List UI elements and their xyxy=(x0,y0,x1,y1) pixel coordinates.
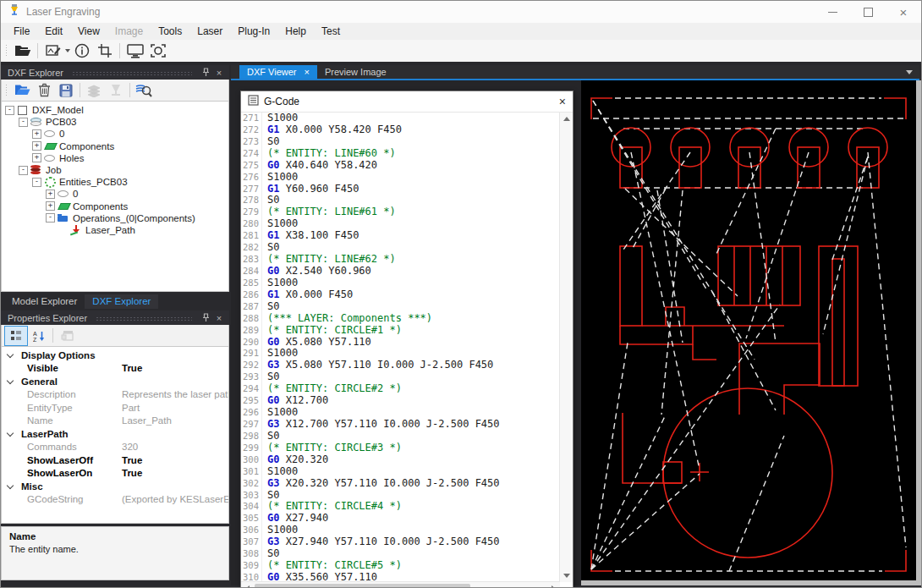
property-category-laserpath[interactable]: LaserPath xyxy=(2,427,228,441)
tab-dxf-explorer[interactable]: DXF Explorer xyxy=(85,294,158,309)
tree-item-laser-path[interactable]: Laser_Path xyxy=(2,224,228,236)
categorized-icon[interactable] xyxy=(4,326,28,346)
property-value[interactable]: Laser_Path xyxy=(118,415,228,426)
dxf-preview-canvas[interactable] xyxy=(581,80,916,580)
menu-plug-in[interactable]: Plug-In xyxy=(230,24,277,39)
category-label: LaserPath xyxy=(21,429,69,439)
menu-view[interactable]: View xyxy=(70,24,107,39)
gcode-horizontal-scrollbar[interactable] xyxy=(241,581,560,588)
viewer-vertical-scrollbar[interactable] xyxy=(916,80,921,585)
tab-dxf-viewer[interactable]: DXF Viewer× xyxy=(239,65,317,79)
info-icon[interactable] xyxy=(70,41,93,61)
display-icon[interactable] xyxy=(123,41,146,61)
property-value[interactable]: True xyxy=(118,468,228,478)
panel-drag-handle[interactable] xyxy=(72,71,192,76)
property-row-description[interactable]: DescriptionRepresents the laser path ope… xyxy=(2,388,228,402)
tree-item-job[interactable]: -Job xyxy=(2,164,228,176)
property-value[interactable]: (Exported by KESLaserEngrave xyxy=(118,494,228,504)
gcode-close-icon[interactable]: × xyxy=(559,95,566,108)
crop-icon[interactable] xyxy=(93,41,116,61)
property-value[interactable]: 320 xyxy=(118,442,228,452)
property-row-showlaseroff[interactable]: ShowLaserOffTrue xyxy=(2,453,228,467)
expand-icon[interactable]: + xyxy=(32,153,41,162)
menu-laser[interactable]: Laser xyxy=(189,24,230,39)
scroll-up-icon[interactable] xyxy=(563,117,570,121)
property-category-misc[interactable]: Misc xyxy=(2,480,228,493)
viewer-horizontal-scrollbar[interactable] xyxy=(581,580,916,585)
property-row-visible[interactable]: VisibleTrue xyxy=(2,362,228,376)
property-value[interactable]: True xyxy=(118,455,228,465)
image-edit-icon[interactable] xyxy=(41,41,64,61)
close-panel-icon[interactable]: × xyxy=(212,313,226,323)
collapse-icon[interactable]: - xyxy=(5,106,14,115)
close-panel-icon[interactable]: × xyxy=(212,68,226,78)
property-row-entitytype[interactable]: EntityTypePart xyxy=(2,401,228,415)
open-folder-icon[interactable] xyxy=(11,81,33,100)
property-row-name[interactable]: NameLaser_Path xyxy=(2,415,228,428)
property-value[interactable]: Part xyxy=(118,403,228,413)
laser-off-travel-move xyxy=(591,415,666,569)
menu-help[interactable]: Help xyxy=(277,24,314,39)
tab-model-explorer[interactable]: Model Explorer xyxy=(4,294,85,309)
property-value[interactable]: Represents the laser path operat xyxy=(118,389,228,399)
expand-icon[interactable]: + xyxy=(32,129,41,139)
expand-icon[interactable]: + xyxy=(46,201,55,211)
laser-tool-icon[interactable] xyxy=(105,81,127,100)
gcode-listing[interactable]: 271S1000272G1 X0.000 Y58.420 F450273S027… xyxy=(241,113,560,582)
gcode-vertical-scrollbar[interactable] xyxy=(559,113,573,582)
pin-icon[interactable] xyxy=(199,68,212,77)
tab-list-dropdown-icon[interactable] xyxy=(906,70,913,74)
scroll-down-icon[interactable] xyxy=(563,574,570,578)
tree-item-operations-0-components[interactable]: -Operations_(0|Components) xyxy=(2,212,228,224)
tree-item-entities-pcb03[interactable]: -Entities_PCB03 xyxy=(2,176,228,188)
expand-icon[interactable]: + xyxy=(46,190,55,199)
tree-item-pcb03[interactable]: -PCB03 xyxy=(2,116,228,128)
tree-item-0[interactable]: +0 xyxy=(2,188,228,200)
menu-image[interactable]: Image xyxy=(107,24,151,39)
property-row-commands[interactable]: Commands320 xyxy=(2,441,228,454)
scrollbar-thumb[interactable] xyxy=(255,584,470,588)
tree-item-0[interactable]: +0 xyxy=(2,128,228,140)
gcode-line: 290G0 X5.080 Y57.110 xyxy=(241,337,560,349)
close-button[interactable]: × xyxy=(886,1,921,23)
collapse-icon[interactable]: - xyxy=(46,213,55,223)
property-category-display-options[interactable]: Display Options xyxy=(2,349,228,362)
save-icon[interactable] xyxy=(55,81,77,100)
tree-item-holes[interactable]: +Holes xyxy=(2,152,228,164)
gcode-window-titlebar[interactable]: G-Code × xyxy=(241,91,573,113)
menu-test[interactable]: Test xyxy=(314,24,348,39)
expand-icon[interactable]: + xyxy=(32,141,41,151)
collapse-icon[interactable]: - xyxy=(32,178,41,187)
property-row-gcodestring[interactable]: GCodeString(Exported by KESLaserEngrave xyxy=(2,493,228,507)
line-number: 307 xyxy=(241,536,262,548)
toolbar-grip[interactable] xyxy=(5,44,8,58)
tree-item-dxf-model[interactable]: -DXF_Model xyxy=(2,104,228,116)
layers-icon[interactable] xyxy=(83,81,105,100)
property-row-showlaseron[interactable]: ShowLaserOnTrue xyxy=(2,467,228,481)
gcode-text: G0 X12.700 xyxy=(262,395,328,407)
pin-icon[interactable] xyxy=(199,313,212,322)
tree-item-components[interactable]: +Components xyxy=(2,140,228,152)
open-file-icon[interactable] xyxy=(11,41,34,61)
capture-icon[interactable] xyxy=(146,41,169,61)
menu-file[interactable]: File xyxy=(6,24,37,39)
gcode-line: 282S0 xyxy=(241,242,560,254)
panel-drag-handle[interactable] xyxy=(96,316,192,321)
delete-icon[interactable] xyxy=(33,81,55,100)
collapse-icon[interactable]: - xyxy=(19,166,28,175)
sort-alphabetical-icon[interactable]: AZ xyxy=(28,327,50,345)
tab-preview-image[interactable]: Preview Image xyxy=(317,65,394,79)
menu-edit[interactable]: Edit xyxy=(37,24,70,39)
components-icon xyxy=(44,141,56,151)
minimize-button[interactable] xyxy=(815,1,850,23)
collapse-icon[interactable]: - xyxy=(19,118,28,127)
property-category-general[interactable]: General xyxy=(2,375,228,388)
zoom-search-icon[interactable] xyxy=(133,81,155,100)
property-value[interactable]: True xyxy=(118,363,228,373)
toolbar-grip[interactable] xyxy=(5,84,8,97)
maximize-button[interactable] xyxy=(850,1,886,23)
tab-close-icon[interactable]: × xyxy=(304,68,309,77)
menu-tools[interactable]: Tools xyxy=(151,24,189,39)
property-pages-icon[interactable] xyxy=(56,327,78,345)
tree-item-components[interactable]: +Components xyxy=(2,201,228,212)
